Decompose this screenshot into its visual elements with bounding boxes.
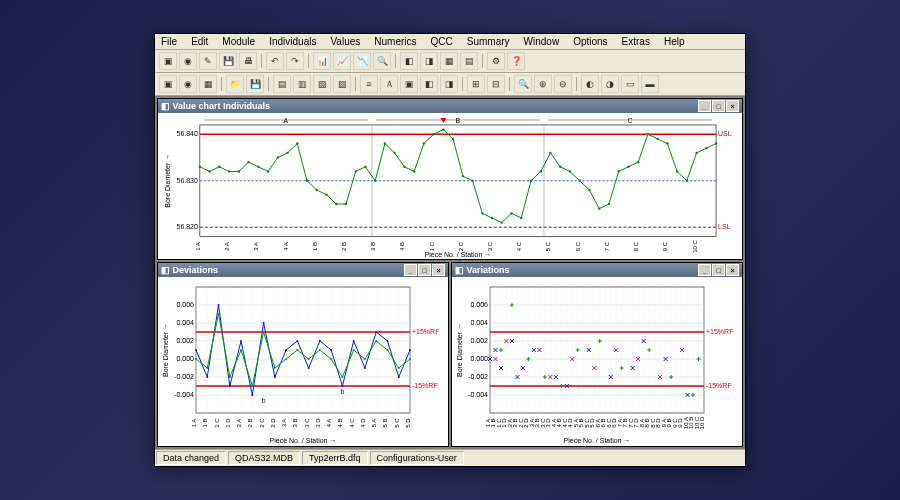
svg-text:A: A: [284, 117, 289, 124]
svg-point-26: [257, 166, 259, 168]
toolbar-button[interactable]: ↶: [266, 52, 284, 70]
toolbar-1: ▣◉✎💾🖶↶↷📊📈📉🔍◧◨▦▤⚙❓: [155, 50, 745, 73]
toolbar-button[interactable]: 📉: [353, 52, 371, 70]
toolbar-button[interactable]: ◐: [581, 75, 599, 93]
close-button[interactable]: ×: [726, 264, 739, 276]
toolbar-button[interactable]: ⚙: [487, 52, 505, 70]
toolbar-button[interactable]: ▤: [273, 75, 291, 93]
toolbar-button[interactable]: ▦: [440, 52, 458, 70]
toolbar-button[interactable]: ◑: [601, 75, 619, 93]
toolbar-button[interactable]: ⊞: [467, 75, 485, 93]
toolbar-button[interactable]: ▣: [159, 75, 177, 93]
toolbar-button[interactable]: ≡: [360, 75, 378, 93]
workspace: ◧ Value chart Individuals _ □ × 56.82056…: [155, 96, 745, 449]
toolbar-button[interactable]: ▧: [313, 75, 331, 93]
svg-point-61: [598, 207, 600, 209]
svg-text:2 A: 2 A: [224, 242, 230, 251]
minimize-button[interactable]: _: [698, 264, 711, 276]
menu-numerics[interactable]: Numerics: [372, 35, 418, 48]
toolbar-button[interactable]: 📊: [313, 52, 331, 70]
svg-text:5 D: 5 D: [405, 418, 411, 428]
toolbar-button[interactable]: 📈: [333, 52, 351, 70]
titlebar-variations[interactable]: ◧ Variations _ □ ×: [452, 263, 742, 277]
toolbar-button[interactable]: ◉: [179, 52, 197, 70]
menu-values[interactable]: Values: [328, 35, 362, 48]
svg-point-60: [588, 189, 590, 191]
maximize-button[interactable]: □: [712, 100, 725, 112]
window-deviations: ◧ Deviations _ □ × -0.004-0.0020.0000.00…: [157, 262, 449, 447]
menu-file[interactable]: File: [159, 35, 179, 48]
svg-point-169: [398, 367, 400, 369]
titlebar-deviations[interactable]: ◧ Deviations _ □ ×: [158, 263, 448, 277]
toolbar-button[interactable]: ◨: [440, 75, 458, 93]
svg-point-45: [442, 128, 444, 130]
toolbar-button[interactable]: ▥: [293, 75, 311, 93]
toolbar-button[interactable]: ⊖: [554, 75, 572, 93]
svg-text:0.006: 0.006: [470, 301, 488, 308]
svg-point-51: [501, 221, 503, 223]
toolbar-button[interactable]: ▬: [641, 75, 659, 93]
toolbar-button[interactable]: ▦: [199, 75, 217, 93]
svg-point-35: [345, 203, 347, 205]
toolbar-button[interactable]: ◉: [179, 75, 197, 93]
svg-point-141: [308, 367, 310, 369]
svg-point-133: [218, 304, 220, 306]
svg-point-49: [481, 212, 483, 214]
svg-text:56.840: 56.840: [177, 130, 198, 137]
svg-point-48: [471, 180, 473, 182]
menu-individuals[interactable]: Individuals: [267, 35, 318, 48]
toolbar-button[interactable]: ◧: [400, 52, 418, 70]
toolbar-button[interactable]: 🖶: [239, 52, 257, 70]
menu-help[interactable]: Help: [662, 35, 687, 48]
menu-options[interactable]: Options: [571, 35, 609, 48]
svg-point-63: [617, 170, 619, 172]
toolbar-button[interactable]: Ａ: [380, 75, 398, 93]
minimize-button[interactable]: _: [698, 100, 711, 112]
toolbar-button[interactable]: ▤: [460, 52, 478, 70]
menu-module[interactable]: Module: [220, 35, 257, 48]
svg-text:5 C: 5 C: [545, 241, 551, 251]
toolbar-button[interactable]: ◨: [420, 52, 438, 70]
svg-text:b: b: [262, 397, 266, 404]
toolbar-button[interactable]: ✎: [199, 52, 217, 70]
svg-point-148: [386, 340, 388, 342]
svg-point-52: [510, 212, 512, 214]
svg-text:3 C: 3 C: [304, 418, 310, 428]
toolbar-button[interactable]: ↷: [286, 52, 304, 70]
svg-text:2 A: 2 A: [236, 419, 242, 428]
toolbar-button[interactable]: ⊟: [487, 75, 505, 93]
menu-qcc[interactable]: QCC: [429, 35, 455, 48]
toolbar-button[interactable]: ◧: [420, 75, 438, 93]
minimize-button[interactable]: _: [404, 264, 417, 276]
toolbar-button[interactable]: ▣: [400, 75, 418, 93]
svg-text:-0.004: -0.004: [468, 391, 488, 398]
svg-text:4 B: 4 B: [337, 418, 343, 427]
close-button[interactable]: ×: [432, 264, 445, 276]
svg-point-46: [452, 138, 454, 140]
toolbar-button[interactable]: ▨: [333, 75, 351, 93]
toolbar-button[interactable]: 💾: [246, 75, 264, 93]
toolbar-button[interactable]: ⊕: [534, 75, 552, 93]
titlebar-value-chart[interactable]: ◧ Value chart Individuals _ □ ×: [158, 99, 742, 113]
svg-point-165: [353, 349, 355, 351]
toolbar-button[interactable]: ▭: [621, 75, 639, 93]
svg-text:LSL: LSL: [718, 223, 731, 230]
toolbar-button[interactable]: ❓: [507, 52, 525, 70]
toolbar-button[interactable]: 🔍: [514, 75, 532, 93]
svg-text:0.002: 0.002: [176, 337, 194, 344]
menu-window[interactable]: Window: [522, 35, 562, 48]
svg-text:4 A: 4 A: [326, 419, 332, 428]
maximize-button[interactable]: □: [418, 264, 431, 276]
menu-extras[interactable]: Extras: [620, 35, 652, 48]
toolbar-button[interactable]: 💾: [219, 52, 237, 70]
toolbar-button[interactable]: 📁: [226, 75, 244, 93]
svg-text:Bore Diameter →: Bore Diameter →: [162, 323, 169, 377]
menu-edit[interactable]: Edit: [189, 35, 210, 48]
menu-summary[interactable]: Summary: [465, 35, 512, 48]
toolbar-button[interactable]: 🔍: [373, 52, 391, 70]
svg-text:2 B: 2 B: [341, 242, 347, 251]
close-button[interactable]: ×: [726, 100, 739, 112]
svg-point-167: [375, 340, 377, 342]
maximize-button[interactable]: □: [712, 264, 725, 276]
toolbar-button[interactable]: ▣: [159, 52, 177, 70]
